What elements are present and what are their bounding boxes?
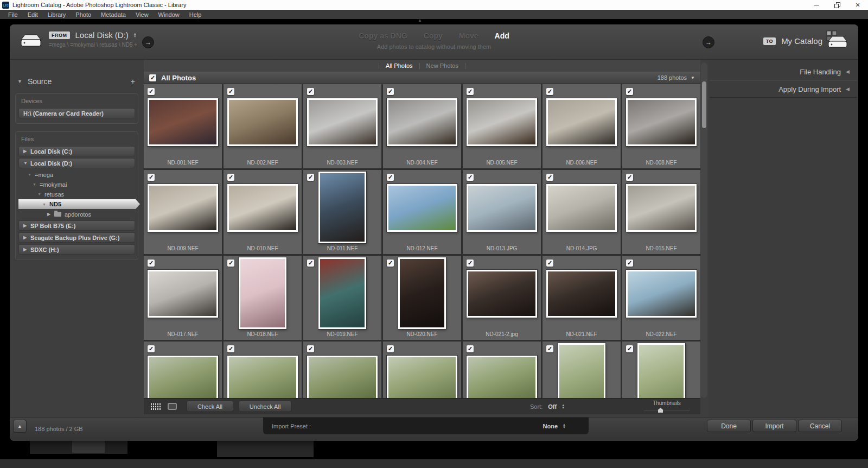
photo-checkbox[interactable]: ✓: [467, 174, 474, 181]
done-button[interactable]: Done: [707, 420, 751, 432]
source-panel-header[interactable]: ▼ Source +: [17, 77, 135, 86]
source-add-icon[interactable]: +: [131, 78, 135, 85]
photo-checkbox[interactable]: ✓: [227, 174, 234, 181]
photo-cell[interactable]: ✓ND-020.NEF: [383, 256, 461, 340]
photo-thumbnail[interactable]: [398, 257, 446, 329]
tree-item-local-disk-d[interactable]: ▼Local Disk (D:): [18, 158, 135, 168]
photo-checkbox[interactable]: ✓: [626, 88, 633, 95]
device-item[interactable]: H:\ (Camera or Card Reader): [18, 108, 135, 118]
photo-thumbnail[interactable]: [467, 270, 537, 318]
tree-item-apdorotos[interactable]: ▶apdorotos: [18, 210, 135, 219]
tree-item-nd5[interactable]: ▼ND5: [18, 199, 140, 209]
photo-checkbox[interactable]: ✓: [387, 88, 394, 95]
all-photos-checkbox[interactable]: ✓: [149, 74, 156, 81]
minimize-button[interactable]: [806, 0, 827, 10]
photo-checkbox[interactable]: ✓: [467, 88, 474, 95]
photo-cell[interactable]: ✓ND-011.NEF: [303, 170, 381, 254]
photo-cell[interactable]: ✓ND-014.JPG: [542, 170, 621, 254]
chevron-right-icon[interactable]: ▶: [23, 247, 30, 252]
photo-checkbox[interactable]: ✓: [148, 260, 155, 267]
photo-checkbox[interactable]: ✓: [387, 345, 394, 352]
photo-thumbnail[interactable]: [307, 98, 378, 146]
photo-thumbnail[interactable]: [148, 270, 218, 318]
right-panel-section-file-handling[interactable]: File Handling◀: [709, 65, 858, 79]
photo-checkbox[interactable]: ✓: [387, 174, 394, 181]
photo-thumbnail[interactable]: [148, 184, 218, 232]
photo-checkbox[interactable]: ✓: [148, 88, 155, 95]
from-arrow-icon[interactable]: →: [142, 36, 154, 48]
tree-item-mega[interactable]: ▼=mega: [18, 170, 135, 179]
photo-cell[interactable]: ✓ND-015.NEF: [622, 170, 700, 254]
photo-checkbox[interactable]: ✓: [546, 345, 553, 352]
chevron-down-icon[interactable]: ▼: [28, 173, 35, 176]
menu-item-library[interactable]: Library: [43, 11, 71, 18]
photo-thumbnail[interactable]: [467, 356, 537, 398]
photo-cell[interactable]: ✓ND-008.NEF: [622, 84, 700, 168]
from-source-dropdown-icon[interactable]: ▲▼: [133, 33, 137, 38]
photo-checkbox[interactable]: ✓: [227, 260, 234, 267]
tree-item-mokymai[interactable]: ▼=mokymai: [18, 180, 135, 189]
photo-thumbnail[interactable]: [307, 356, 378, 398]
chevron-right-icon[interactable]: ▶: [23, 149, 30, 154]
photo-thumbnail[interactable]: [546, 184, 617, 232]
photo-thumbnail[interactable]: [227, 356, 298, 398]
grid-scrollbar-thumb[interactable]: [702, 81, 706, 128]
photo-thumbnail[interactable]: [467, 184, 537, 232]
cancel-button[interactable]: Cancel: [798, 420, 842, 432]
import-preset-value[interactable]: None ▲▼: [543, 423, 566, 429]
photo-checkbox[interactable]: ✓: [227, 88, 234, 95]
photo-thumbnail[interactable]: [546, 98, 617, 146]
chevron-down-icon[interactable]: ▼: [33, 182, 40, 186]
chevron-right-icon[interactable]: ▶: [23, 223, 30, 228]
photo-checkbox[interactable]: ✓: [387, 260, 394, 267]
check-all-button[interactable]: Check All: [187, 401, 233, 412]
photo-cell[interactable]: ✓: [224, 341, 302, 398]
loupe-view-icon[interactable]: [168, 403, 177, 410]
photo-cell[interactable]: ✓: [383, 341, 461, 398]
header-dropdown-icon[interactable]: ▼: [691, 75, 695, 80]
panel-toggle-button[interactable]: ▲: [13, 420, 27, 433]
photo-thumbnail[interactable]: [387, 98, 457, 146]
import-method-copy-as-dng[interactable]: Copy as DNG: [359, 31, 407, 40]
photo-cell[interactable]: ✓: [542, 341, 621, 398]
photo-checkbox[interactable]: ✓: [467, 260, 474, 267]
tab-all-photos[interactable]: All Photos: [379, 62, 419, 69]
menu-item-edit[interactable]: Edit: [23, 11, 43, 18]
photo-cell[interactable]: ✓: [622, 341, 700, 398]
photo-cell[interactable]: ✓ND-012.NEF: [383, 170, 461, 254]
photo-thumbnail[interactable]: [626, 270, 697, 318]
from-source-name[interactable]: Local Disk (D:): [75, 30, 129, 40]
grid-view-icon[interactable]: [150, 403, 161, 410]
sort-control[interactable]: Sort: Off ▲▼: [530, 399, 565, 414]
tree-item-local-disk-c[interactable]: ▶Local Disk (C:): [18, 146, 135, 156]
photo-cell[interactable]: ✓ND-003.NEF: [303, 84, 381, 168]
tree-item-sp-bolt-b75-e[interactable]: ▶SP Bolt B75 (E:): [18, 220, 135, 231]
sort-dropdown-icon[interactable]: ▲▼: [561, 404, 565, 409]
photo-checkbox[interactable]: ✓: [227, 345, 234, 352]
photo-checkbox[interactable]: ✓: [307, 345, 314, 352]
chevron-left-icon[interactable]: ◀: [846, 86, 850, 92]
tab-new-photos[interactable]: New Photos: [420, 62, 465, 69]
photo-checkbox[interactable]: ✓: [467, 345, 474, 352]
photo-thumbnail[interactable]: [546, 270, 617, 318]
menu-item-metadata[interactable]: Metadata: [96, 11, 131, 18]
photo-checkbox[interactable]: ✓: [626, 174, 633, 181]
photo-thumbnail[interactable]: [148, 356, 218, 398]
thumbnail-size-slider[interactable]: [644, 408, 690, 413]
menu-item-file[interactable]: File: [3, 11, 23, 18]
photo-cell[interactable]: ✓ND-009.NEF: [144, 170, 222, 254]
photo-cell[interactable]: ✓ND-002.NEF: [224, 84, 302, 168]
photo-thumbnail[interactable]: [318, 172, 366, 243]
tree-item-sdxc-h[interactable]: ▶SDXC (H:): [18, 244, 135, 255]
photo-cell[interactable]: ✓ND-017.NEF: [144, 256, 222, 340]
photo-cell[interactable]: ✓ND-010.NEF: [224, 170, 302, 254]
photo-thumbnail[interactable]: [387, 184, 457, 232]
photo-thumbnail[interactable]: [227, 184, 298, 232]
photo-cell[interactable]: ✓: [303, 341, 381, 398]
photo-checkbox[interactable]: ✓: [546, 88, 553, 95]
photo-cell[interactable]: ✓ND-018.NEF: [224, 256, 302, 340]
preset-dropdown-icon[interactable]: ▲▼: [563, 423, 566, 429]
photo-checkbox[interactable]: ✓: [626, 345, 633, 352]
photo-thumbnail[interactable]: [227, 98, 298, 146]
restore-button[interactable]: [827, 0, 847, 10]
